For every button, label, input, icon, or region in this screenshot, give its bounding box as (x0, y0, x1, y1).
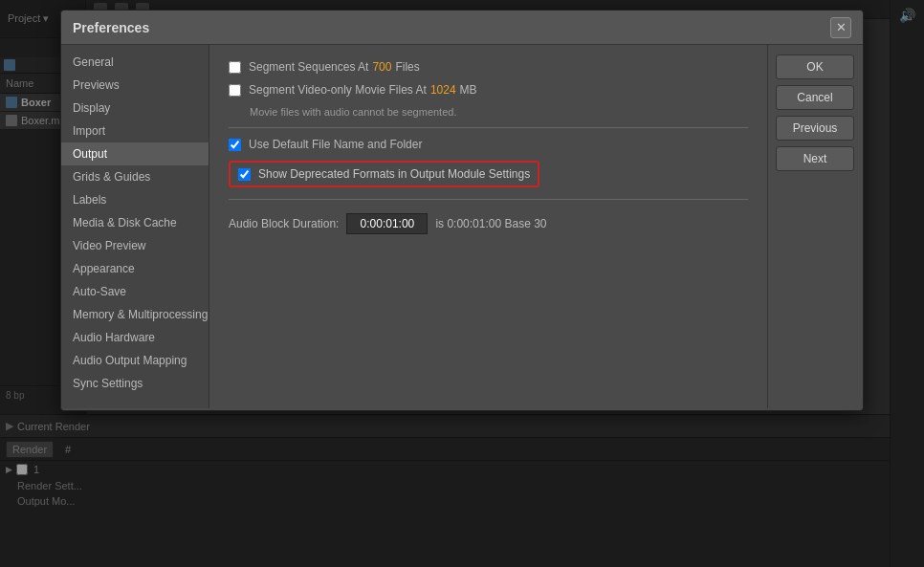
sidebar-item-auto-save[interactable]: Auto-Save (61, 280, 209, 303)
segment-video-unit: MB (460, 83, 477, 97)
ok-button[interactable]: OK (776, 55, 854, 79)
dialog-buttons: OK Cancel Previous Next (767, 45, 863, 408)
cancel-button[interactable]: Cancel (776, 85, 854, 110)
segment-video-label: Segment Video-only Movie Files At (249, 83, 427, 97)
sidebar-item-output[interactable]: Output (61, 142, 209, 165)
sidebar-item-previews[interactable]: Previews (61, 74, 209, 97)
sidebar-item-appearance[interactable]: Appearance (61, 257, 209, 280)
segment-video-value[interactable]: 1024 (430, 83, 456, 97)
show-deprecated-row: Show Deprecated Formats in Output Module… (229, 161, 539, 187)
segment-sequences-unit: Files (395, 60, 419, 74)
sidebar-item-video-preview[interactable]: Video Preview (61, 234, 209, 257)
close-icon: ✕ (836, 20, 847, 34)
previous-button[interactable]: Previous (776, 116, 854, 141)
sidebar-item-memory[interactable]: Memory & Multiprocessing (61, 303, 209, 326)
sidebar-item-display[interactable]: Display (61, 97, 209, 120)
separator-2 (229, 199, 748, 200)
segment-sequences-checkbox[interactable] (229, 61, 241, 74)
sidebar-item-labels[interactable]: Labels (61, 188, 209, 211)
segment-sequences-row: Segment Sequences At 700 Files (229, 60, 748, 74)
close-button[interactable]: ✕ (830, 17, 851, 38)
sidebar-item-media-disk-cache[interactable]: Media & Disk Cache (61, 211, 209, 234)
sidebar-item-general[interactable]: General (61, 51, 209, 74)
separator-1 (229, 127, 748, 128)
sidebar-item-audio-output-mapping[interactable]: Audio Output Mapping (61, 349, 209, 372)
dialog-titlebar: Preferences ✕ (61, 11, 863, 45)
segment-note: Movie files with audio cannot be segment… (250, 106, 748, 118)
preferences-dialog: Preferences ✕ General Previews Display I… (60, 10, 864, 411)
sidebar-item-sync-settings[interactable]: Sync Settings (61, 372, 209, 395)
segment-sequences-label: Segment Sequences At (249, 60, 368, 74)
audio-block-input[interactable] (346, 213, 428, 234)
output-content: Segment Sequences At 700 Files Segment V… (209, 45, 767, 408)
use-default-row: Use Default File Name and Folder (229, 138, 748, 151)
segment-sequences-value[interactable]: 700 (372, 60, 391, 74)
segment-video-row: Segment Video-only Movie Files At 1024 M… (229, 83, 748, 97)
audio-block-row: Audio Block Duration: is 0:00:01:00 Base… (229, 213, 748, 234)
sidebar-item-grids[interactable]: Grids & Guides (61, 165, 209, 188)
next-button[interactable]: Next (776, 146, 854, 171)
show-deprecated-label: Show Deprecated Formats in Output Module… (258, 167, 530, 181)
show-deprecated-checkbox[interactable] (238, 168, 251, 181)
audio-block-label: Audio Block Duration: (229, 217, 339, 230)
sidebar-item-audio-hardware[interactable]: Audio Hardware (61, 326, 209, 349)
segment-video-checkbox[interactable] (229, 84, 241, 97)
dialog-title: Preferences (73, 20, 149, 35)
use-default-checkbox[interactable] (229, 139, 241, 151)
sidebar-item-import[interactable]: Import (61, 120, 209, 142)
preferences-nav: General Previews Display Import Output G… (61, 45, 209, 408)
dialog-body: General Previews Display Import Output G… (61, 45, 863, 408)
modal-overlay: Preferences ✕ General Previews Display I… (0, 0, 924, 567)
use-default-label: Use Default File Name and Folder (249, 138, 422, 151)
audio-block-info: is 0:00:01:00 Base 30 (435, 217, 546, 230)
